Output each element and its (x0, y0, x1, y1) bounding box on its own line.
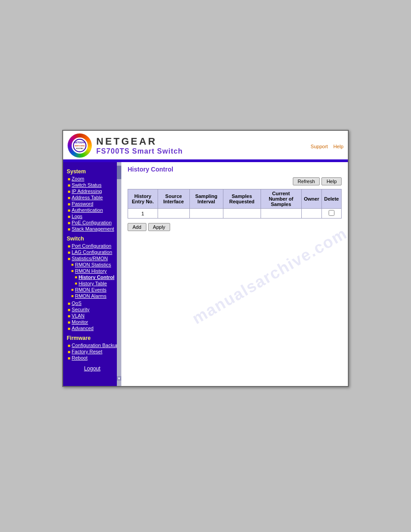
address-table-link[interactable]: Address Table (72, 195, 103, 200)
rmon-history-link[interactable]: RMON History (75, 268, 107, 274)
sidebar-item-config-backup[interactable]: ■ Configuration Backup (63, 342, 121, 348)
config-backup-link[interactable]: Configuration Backup (72, 343, 119, 348)
sidebar-item-security[interactable]: ■ Security (63, 306, 121, 313)
vlan-link[interactable]: VLAN (72, 313, 85, 318)
bullet-icon: ■ (68, 326, 70, 331)
svg-text:NETGEAR: NETGEAR (74, 141, 86, 144)
sidebar-scrollbar[interactable]: ▼ (117, 162, 121, 386)
sidebar-item-authentication[interactable]: ■ Authentication (63, 207, 121, 213)
authentication-link[interactable]: Authentication (72, 207, 103, 213)
cell-current-samples (261, 209, 301, 219)
system-section-title: System (63, 167, 121, 176)
netgear-logo: NETGEAR SWITCHING ROUTING (68, 133, 92, 158)
sidebar-item-rmon-history[interactable]: ■ RMON History (63, 268, 121, 274)
advanced-link[interactable]: Advanced (72, 326, 94, 331)
sidebar-item-port-config[interactable]: ■ Port Configuration (63, 243, 121, 249)
bullet-icon: ■ (68, 256, 70, 261)
col-source-interface: Source Interface (158, 189, 189, 209)
stats-rmon-link[interactable]: Statistics/RMON (72, 256, 108, 261)
col-history-entry-no: History Entry No. (128, 189, 158, 209)
svg-text:SWITCHING: SWITCHING (75, 145, 85, 147)
scroll-down-arrow[interactable]: ▼ (117, 376, 121, 381)
history-control-link[interactable]: History Control (78, 275, 114, 280)
main-content: manualsarchive.com History Control Refre… (121, 162, 348, 386)
port-config-link[interactable]: Port Configuration (72, 243, 111, 249)
help-button[interactable]: Help (321, 177, 342, 185)
history-table: History Entry No. Source Interface Sampl… (128, 189, 342, 219)
body-layout: System ■ Zoom ■ Switch Status ■ IP Addre… (63, 162, 348, 386)
rmon-events-link[interactable]: RMON Events (75, 287, 106, 292)
sidebar-item-stack[interactable]: ■ Stack Management (63, 226, 121, 232)
rmon-alarms-link[interactable]: RMON Alarms (75, 293, 106, 299)
sidebar-item-stats-rmon[interactable]: ■ Statistics/RMON (63, 255, 121, 262)
reboot-link[interactable]: Reboot (72, 355, 87, 360)
qos-link[interactable]: QoS (72, 300, 81, 306)
logout-area[interactable]: Logout (63, 361, 121, 374)
bullet-icon: ■ (68, 227, 70, 232)
sidebar-item-lag[interactable]: ■ LAG Configuration (63, 249, 121, 255)
table-row: 1 (128, 209, 342, 219)
sidebar-item-rmon-alarms[interactable]: ■ RMON Alarms (63, 293, 121, 299)
header: NETGEAR SWITCHING ROUTING NETGEAR FS700T… (63, 131, 348, 161)
sidebar-item-vlan[interactable]: ■ VLAN (63, 313, 121, 319)
bullet-icon: ■ (71, 269, 73, 273)
security-link[interactable]: Security (72, 307, 90, 312)
rmon-stats-link[interactable]: RMON Statistics (75, 262, 111, 267)
sidebar-item-factory-reset[interactable]: ■ Factory Reset (63, 348, 121, 355)
zoom-link[interactable]: Zoom (72, 176, 84, 181)
sidebar-item-address-table[interactable]: ■ Address Table (63, 194, 121, 201)
add-button[interactable]: Add (128, 223, 146, 231)
product-name: FS700TS Smart Switch (96, 147, 183, 155)
bullet-icon: ■ (71, 262, 73, 267)
sidebar-item-password[interactable]: ■ Password (63, 201, 121, 207)
scrollbar-thumb[interactable] (117, 166, 121, 179)
switch-status-link[interactable]: Switch Status (72, 182, 102, 188)
sidebar-item-poe[interactable]: ■ PoE Configuration (63, 219, 121, 226)
history-table-link[interactable]: History Table (78, 281, 107, 286)
sidebar-item-history-table[interactable]: ■ History Table (63, 280, 121, 287)
lag-link[interactable]: LAG Configuration (72, 249, 112, 255)
page-title: History Control (128, 166, 342, 174)
sidebar-item-qos[interactable]: ■ QoS (63, 300, 121, 306)
delete-checkbox[interactable] (329, 210, 334, 216)
sidebar-item-rmon-stats[interactable]: ■ RMON Statistics (63, 262, 121, 268)
toolbar: Refresh Help (128, 177, 342, 185)
bullet-icon: ■ (68, 189, 70, 194)
logout-link[interactable]: Logout (84, 365, 101, 372)
sidebar-item-switch-status[interactable]: ■ Switch Status (63, 182, 121, 188)
col-current-number-of-samples: Current Number of Samples (261, 189, 301, 209)
sidebar-item-advanced[interactable]: ■ Advanced (63, 325, 121, 331)
bullet-icon: ■ (68, 307, 70, 312)
bullet-icon: ■ (68, 208, 70, 213)
logs-link[interactable]: Logs (72, 214, 82, 219)
help-link[interactable]: Help (333, 144, 343, 149)
sidebar-item-monitor[interactable]: ■ Monitor (63, 319, 121, 325)
sidebar-item-history-control[interactable]: ■ History Control (63, 274, 121, 280)
sidebar-item-rmon-events[interactable]: ■ RMON Events (63, 287, 121, 293)
cell-owner (301, 209, 321, 219)
bullet-icon: ■ (68, 320, 70, 325)
header-left: NETGEAR SWITCHING ROUTING NETGEAR FS700T… (68, 133, 183, 158)
bullet-icon: ■ (68, 183, 70, 188)
sidebar-item-reboot[interactable]: ■ Reboot (63, 355, 121, 361)
cell-delete[interactable] (321, 209, 341, 219)
stack-link[interactable]: Stack Management (72, 226, 114, 232)
sidebar-item-logs[interactable]: ■ Logs (63, 213, 121, 219)
cell-source-interface (158, 209, 189, 219)
header-links: Support Help (311, 142, 343, 149)
sidebar-item-ip-addressing[interactable]: ■ IP Addressing (63, 188, 121, 194)
apply-button[interactable]: Apply (148, 223, 171, 231)
password-link[interactable]: Password (72, 201, 93, 206)
refresh-button[interactable]: Refresh (293, 177, 320, 185)
factory-reset-link[interactable]: Factory Reset (72, 349, 102, 354)
poe-link[interactable]: PoE Configuration (72, 220, 111, 225)
bullet-icon: ■ (71, 287, 73, 292)
support-link[interactable]: Support (311, 144, 328, 149)
firmware-section-title: Firmware (63, 333, 121, 342)
monitor-link[interactable]: Monitor (72, 319, 88, 325)
switch-section-title: Switch (63, 234, 121, 243)
sidebar-item-zoom[interactable]: ■ Zoom (63, 176, 121, 182)
watermark: manualsarchive.com (189, 224, 348, 328)
col-samples-requested: Samples Requested (223, 189, 261, 209)
ip-addressing-link[interactable]: IP Addressing (72, 189, 102, 194)
